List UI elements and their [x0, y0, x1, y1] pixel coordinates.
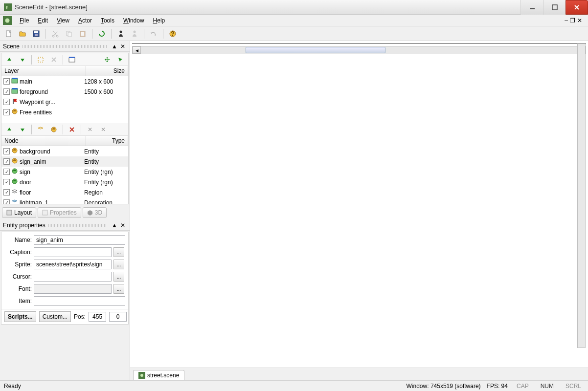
name-input[interactable]	[34, 235, 125, 245]
mdi-restore-button[interactable]: ❐	[570, 17, 575, 24]
horizontal-scrollbar[interactable]: ◂ ▸	[132, 46, 586, 54]
layer-checkbox[interactable]: ✓	[3, 88, 10, 95]
layer-down-button[interactable]	[17, 54, 28, 65]
scroll-left-button[interactable]: ◂	[133, 46, 141, 54]
pos-y-input[interactable]	[109, 312, 127, 322]
help-button[interactable]: ?	[167, 28, 179, 40]
props-collapse-icon[interactable]: ▲	[110, 222, 119, 229]
node-row[interactable]: ✓ sign_anim Entity	[1, 156, 128, 167]
caption-input[interactable]	[34, 247, 112, 257]
menu-tools[interactable]: Tools	[97, 16, 118, 25]
caption-browse-button[interactable]: ...	[113, 247, 124, 257]
add-entity-button[interactable]	[48, 124, 60, 135]
layer-delete-button[interactable]	[48, 54, 60, 65]
node-dim2-button[interactable]: ✕	[97, 124, 109, 135]
node-checkbox[interactable]: ✓	[3, 189, 10, 196]
layer-row[interactable]: ✓ main 1208 x 600	[1, 76, 128, 87]
layer-up-button[interactable]	[3, 54, 15, 65]
menu-file[interactable]: File	[16, 16, 33, 25]
layer-row[interactable]: ✓ Free entities	[1, 107, 128, 117]
node-row[interactable]: ✓ background Entity	[1, 146, 128, 156]
node-row[interactable]: ✓ sign Entity (rgn)	[1, 167, 128, 177]
paste-button[interactable]	[77, 28, 89, 40]
tab-3d[interactable]: 3D	[83, 207, 107, 218]
node-checkbox[interactable]: ✓	[3, 179, 10, 185]
cursor-browse-button[interactable]: ...	[113, 272, 124, 282]
scene-viewport[interactable]: WME RECRUITMENT CENTER 90%	[132, 43, 586, 44]
layer-row[interactable]: ✓ foreground 1500 x 600	[1, 87, 128, 97]
node-row[interactable]: ✓ lightmap_1 Decoration	[1, 197, 128, 204]
close-button[interactable]	[565, 0, 588, 15]
save-button[interactable]	[30, 28, 42, 40]
add-region-button[interactable]	[35, 124, 46, 135]
collapse-icon[interactable]: ▲	[110, 43, 119, 50]
scene-panel-tabs: Layout Properties 3D	[0, 205, 130, 220]
menubar: File Edit View Actor Tools Window Help –…	[0, 15, 588, 26]
scripts-button[interactable]: Scripts...	[4, 311, 36, 322]
maximize-button[interactable]	[543, 0, 565, 15]
actor-button[interactable]	[115, 28, 127, 40]
vertical-scrollbar[interactable]	[577, 43, 586, 348]
node-row[interactable]: ✓ floor Region	[1, 187, 128, 197]
layer-add-button[interactable]	[35, 54, 46, 65]
node-checkbox[interactable]: ✓	[3, 199, 10, 204]
node-row[interactable]: ✓ door Entity (rgn)	[1, 177, 128, 187]
node-checkbox[interactable]: ✓	[3, 169, 10, 175]
props-panel: Entity properties ▲ ✕ Name: Caption: ...…	[0, 220, 130, 380]
scene-panel-header: Scene ▲ ✕	[0, 41, 130, 52]
sprite-browse-button[interactable]: ...	[113, 260, 124, 269]
layer-pointer-button[interactable]	[114, 54, 126, 65]
minimize-button[interactable]	[520, 0, 543, 15]
pos-x-input[interactable]	[89, 312, 106, 322]
undo-button[interactable]	[148, 28, 159, 40]
font-browse-button[interactable]: ...	[113, 284, 124, 294]
entity-icon	[11, 147, 18, 155]
open-button[interactable]	[17, 28, 28, 40]
layer-move-button[interactable]	[101, 54, 113, 65]
close-panel-icon[interactable]: ✕	[119, 43, 127, 50]
layer-checkbox[interactable]: ✓	[3, 109, 10, 115]
new-button[interactable]	[3, 28, 15, 40]
cursor-input[interactable]	[34, 272, 112, 282]
layer-row[interactable]: ✓ Waypoint gr...	[1, 97, 128, 107]
type-col-header[interactable]: Type	[86, 136, 128, 146]
tab-layout[interactable]: Layout	[2, 207, 36, 218]
layer-props-button[interactable]	[66, 54, 78, 65]
mdi-minimize-button[interactable]: –	[565, 17, 568, 24]
doc-tab-street[interactable]: street.scene	[133, 370, 184, 380]
tab-properties[interactable]: Properties	[38, 207, 81, 218]
scroll-thumb[interactable]	[246, 47, 385, 53]
node-delete-button[interactable]	[66, 124, 78, 135]
menu-edit[interactable]: Edit	[34, 16, 52, 25]
node-col-header[interactable]: Node	[1, 136, 86, 146]
sprite-input[interactable]	[34, 260, 112, 269]
layer-col-header[interactable]: Layer	[1, 66, 86, 76]
menu-window[interactable]: Window	[119, 16, 148, 25]
refresh-button[interactable]	[96, 28, 108, 40]
menu-help[interactable]: Help	[149, 16, 169, 25]
statusbar: Ready Window: 745x519 (software) FPS: 94…	[0, 380, 588, 391]
cut-button[interactable]	[49, 28, 61, 40]
node-down-button[interactable]	[17, 124, 28, 135]
node-dim1-button[interactable]: ✕	[84, 124, 96, 135]
region-icon	[11, 188, 18, 196]
menu-actor[interactable]: Actor	[74, 16, 96, 25]
custom-button[interactable]: Custom...	[39, 311, 71, 322]
node-checkbox[interactable]: ✓	[3, 148, 10, 154]
actor-disabled-button[interactable]	[129, 28, 140, 40]
props-close-icon[interactable]: ✕	[119, 222, 127, 229]
layer-checkbox[interactable]: ✓	[3, 78, 10, 85]
copy-button[interactable]	[63, 28, 75, 40]
layer-size: 1208 x 600	[84, 78, 126, 85]
item-input[interactable]	[34, 296, 125, 306]
menu-view[interactable]: View	[53, 16, 73, 25]
node-checkbox[interactable]: ✓	[3, 158, 10, 165]
size-col-header[interactable]: Size	[86, 66, 128, 76]
font-input[interactable]	[34, 284, 112, 294]
mdi-close-button[interactable]: ✕	[577, 17, 582, 24]
node-up-button[interactable]	[3, 124, 15, 135]
node-name: door	[20, 179, 31, 186]
layer-checkbox[interactable]: ✓	[3, 99, 10, 105]
svg-point-4	[5, 18, 10, 22]
svg-rect-34	[43, 210, 47, 215]
